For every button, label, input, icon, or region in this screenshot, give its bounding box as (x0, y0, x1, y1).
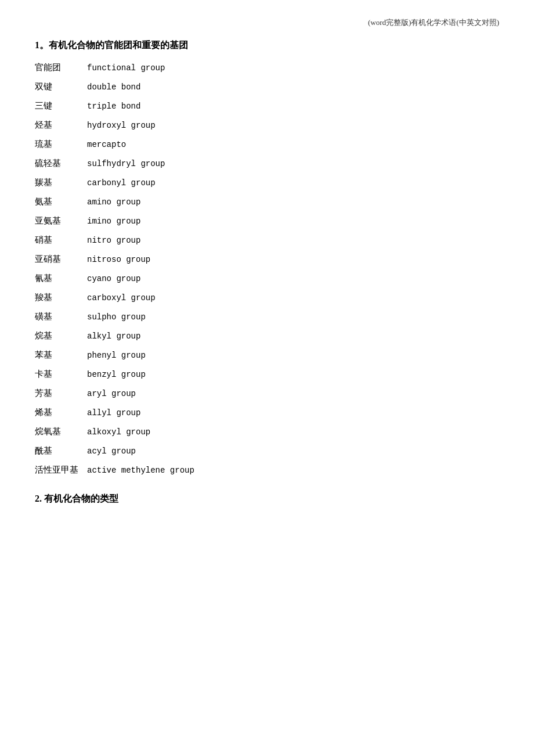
term-en: sulfhydryl group (87, 159, 165, 168)
term-en: acyl group (87, 447, 136, 456)
term-zh: 活性亚甲基 (35, 465, 81, 476)
term-item: 烯基allyl group (35, 407, 499, 418)
term-en: benzyl group (87, 370, 146, 379)
term-zh: 酰基 (35, 445, 81, 456)
term-item: 三键triple bond (35, 100, 499, 111)
term-en: mercapto (87, 140, 126, 149)
term-zh: 卡基 (35, 369, 81, 380)
section1-title: 1。有机化合物的官能团和重要的基团 (35, 39, 499, 52)
term-en: imino group (87, 217, 140, 226)
term-zh: 硫轻基 (35, 158, 81, 169)
term-item: 亚氨基imino group (35, 215, 499, 226)
term-en: nitro group (87, 236, 140, 245)
term-zh: 亚氨基 (35, 215, 81, 226)
term-en: allyl group (87, 408, 140, 417)
term-item: 氨基amino group (35, 196, 499, 207)
term-en: alkyl group (87, 332, 140, 341)
term-item: 烷氧基alkoxyl group (35, 426, 499, 437)
term-item: 双键double bond (35, 81, 499, 92)
term-en: phenyl group (87, 351, 146, 360)
term-en: amino group (87, 197, 140, 207)
term-zh: 烷基 (35, 330, 81, 341)
term-zh: 官能团 (35, 62, 81, 73)
term-zh: 羧基 (35, 292, 81, 303)
term-zh: 亚硝基 (35, 254, 81, 265)
term-en: sulpho group (87, 312, 146, 322)
term-en: aryl group (87, 389, 136, 398)
term-en: hydroxyl group (87, 121, 156, 130)
term-en: carbonyl group (87, 178, 156, 188)
term-en: double bond (87, 82, 140, 92)
term-item: 琉基mercapto (35, 139, 499, 150)
term-item: 羧基carboxyl group (35, 292, 499, 303)
section2-title: 2. 有机化合物的类型 (35, 493, 499, 505)
term-zh: 羰基 (35, 177, 81, 188)
term-zh: 硝基 (35, 235, 81, 246)
term-item: 烷基alkyl group (35, 330, 499, 341)
term-en: alkoxyl group (87, 427, 150, 437)
term-zh: 氨基 (35, 196, 81, 207)
term-en: triple bond (87, 102, 140, 111)
term-zh: 双键 (35, 81, 81, 92)
term-item: 氰基cyano group (35, 273, 499, 284)
term-zh: 磺基 (35, 311, 81, 322)
term-item: 活性亚甲基active methylene group (35, 465, 499, 476)
term-item: 磺基sulpho group (35, 311, 499, 322)
term-en: active methylene group (87, 466, 194, 475)
term-item: 芳基aryl group (35, 388, 499, 399)
term-item: 硝基nitro group (35, 235, 499, 246)
term-item: 羰基carbonyl group (35, 177, 499, 188)
term-zh: 琉基 (35, 139, 81, 150)
term-item: 酰基acyl group (35, 445, 499, 456)
term-en: functional group (87, 63, 165, 73)
term-item: 亚硝基nitroso group (35, 254, 499, 265)
term-item: 苯基phenyl group (35, 350, 499, 361)
term-en: carboxyl group (87, 293, 156, 303)
term-zh: 苯基 (35, 350, 81, 361)
term-zh: 芳基 (35, 388, 81, 399)
term-item: 卡基benzyl group (35, 369, 499, 380)
term-item: 烃基hydroxyl group (35, 120, 499, 131)
term-list: 官能团functional group双键double bond三键triple… (35, 62, 499, 476)
term-zh: 烷氧基 (35, 426, 81, 437)
term-en: nitroso group (87, 255, 150, 264)
term-zh: 氰基 (35, 273, 81, 284)
term-item: 硫轻基sulfhydryl group (35, 158, 499, 169)
term-zh: 烯基 (35, 407, 81, 418)
term-zh: 三键 (35, 100, 81, 111)
term-en: cyano group (87, 274, 140, 283)
term-item: 官能团functional group (35, 62, 499, 73)
term-zh: 烃基 (35, 120, 81, 131)
document-header: (word完整版)有机化学术语(中英文对照) (35, 17, 499, 28)
